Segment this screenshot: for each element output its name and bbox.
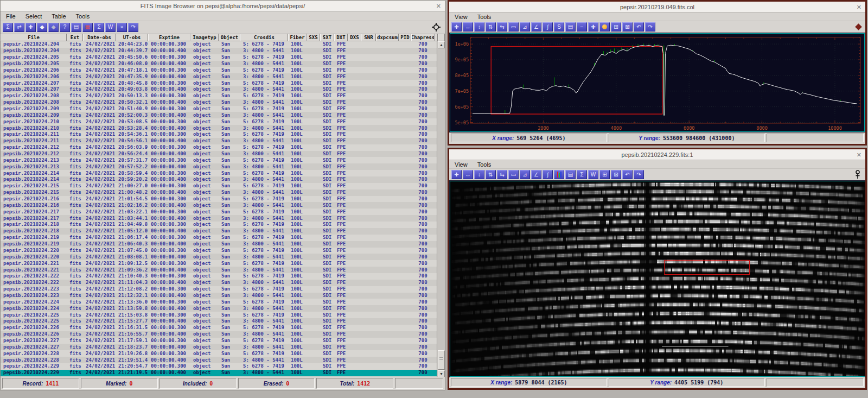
table-row[interactable]: pepsib.20210224.209fits24/02/202120:52:0… (1, 112, 437, 118)
table-row[interactable]: pepsir.20210224.211fits24/02/202120:54:3… (1, 131, 437, 138)
close-icon[interactable]: ✕ (857, 3, 861, 11)
column-header-chapress[interactable]: Chapress (411, 34, 435, 41)
zoom-y-icon[interactable]: ⇅ (486, 170, 496, 179)
column-header-imagetyp[interactable]: Imagetyp (190, 34, 219, 41)
undo-icon[interactable]: ↶ (634, 22, 644, 31)
table-row[interactable]: pepsib.20210224.216fits24/02/202121:02:1… (1, 202, 437, 209)
table-row[interactable]: pepsib.20210224.204fits24/02/202120:44:3… (1, 48, 437, 54)
crosshair-icon[interactable] (432, 23, 441, 31)
scrollbar-up-icon[interactable]: ▲ (438, 41, 445, 48)
column-header-sxt[interactable]: SXT (320, 34, 334, 41)
integrate-icon[interactable]: ∫ (542, 22, 553, 31)
column-header-dxs[interactable]: DXS (348, 34, 361, 41)
table-row[interactable]: pepsib.20210224.229fits24/02/202121:21:1… (1, 370, 437, 376)
column-header-dxt[interactable]: DXT (334, 34, 348, 41)
table-row[interactable]: pepsir.20210224.220fits24/02/202121:07:4… (1, 248, 437, 254)
table-row[interactable]: pepsir.20210224.226fits24/02/202121:16:3… (1, 325, 437, 331)
angle-icon[interactable]: ∠ (531, 170, 541, 179)
marked-grid-icon[interactable]: ▦ (82, 23, 93, 32)
table-row[interactable]: pepsib.20210224.228fits24/02/202121:19:5… (1, 357, 437, 363)
table-row[interactable]: pepsib.20210224.224fits24/02/202121:13:5… (1, 305, 437, 312)
table-row[interactable]: pepsir.20210224.227fits24/02/202121:17:5… (1, 338, 437, 344)
redo-icon[interactable]: ↷ (645, 22, 655, 31)
table-row[interactable]: pepsib.20210224.215fits24/02/202121:00:4… (1, 189, 437, 196)
table-row[interactable]: pepsir.20210224.212fits24/02/202120:56:0… (1, 144, 437, 151)
fast-forward-icon[interactable]: » (117, 23, 127, 32)
table-row[interactable]: pepsir.20210224.209fits24/02/202120:51:4… (1, 106, 437, 112)
table-row[interactable]: pepsir.20210224.207fits24/02/202120:48:4… (1, 80, 437, 86)
box-zoom-icon[interactable]: ▭ (508, 22, 519, 31)
spectrum-icon[interactable]: W (105, 23, 116, 32)
column-header-crosdis[interactable]: Crosdis (240, 34, 288, 41)
table-row[interactable]: pepsir.20210224.224fits24/02/202121:13:3… (1, 299, 437, 305)
menu-item-tools[interactable]: Tools (476, 161, 493, 168)
table-row[interactable]: pepsib.20210224.217fits24/02/202121:03:4… (1, 215, 437, 222)
scroll-horizontal-icon[interactable]: ↔ (463, 22, 473, 31)
grid-icon[interactable]: ⊞ (599, 170, 610, 179)
erase-gray-icon[interactable]: ◆ (48, 23, 59, 32)
table-row[interactable]: pepsib.20210224.206fits24/02/202120:47:3… (1, 73, 437, 80)
zoom-y-icon[interactable]: ⇅ (486, 22, 496, 31)
print-icon[interactable]: ▤ (71, 23, 81, 32)
scroll-horizontal-icon[interactable]: ↔ (463, 170, 473, 179)
table-row[interactable]: pepsir.20210224.216fits24/02/202121:01:5… (1, 196, 437, 203)
table-row[interactable]: pepsib.20210224.208fits24/02/202120:50:3… (1, 99, 437, 106)
column-header-pid[interactable]: PID (399, 34, 411, 41)
help-icon[interactable]: ? (60, 23, 70, 32)
grid-close-icon[interactable]: ⊠ (611, 170, 621, 179)
move-icon[interactable]: ✚ (25, 23, 36, 32)
menu-item-table[interactable]: Table (50, 13, 67, 20)
column-header-file[interactable]: File (1, 34, 67, 41)
table-row[interactable]: pepsir.20210224.208fits24/02/202120:50:1… (1, 93, 437, 99)
menu-item-select[interactable]: Select (24, 13, 43, 20)
grid-close-icon[interactable]: ⊠ (622, 22, 633, 31)
erase-white-icon[interactable]: ◆ (37, 23, 47, 32)
table-row[interactable]: pepsib.20210224.221fits24/02/202121:09:3… (1, 267, 437, 273)
table-row[interactable]: pepsir.20210224.217fits24/02/202121:03:2… (1, 209, 437, 215)
table-row[interactable]: pepsir.20210224.223fits24/02/202121:12:0… (1, 286, 437, 293)
table-row[interactable]: pepsir.20210224.222fits24/02/202121:10:4… (1, 273, 437, 280)
sigma-icon[interactable]: Σ (577, 170, 587, 179)
redo-icon[interactable]: ↷ (634, 170, 644, 179)
column-header-object[interactable]: Object (219, 34, 240, 41)
box-zoom-icon[interactable]: ▭ (508, 170, 519, 179)
zoom-x-icon[interactable]: ⇆ (497, 22, 507, 31)
menu-item-view[interactable]: View (454, 161, 469, 168)
menu-item-tools[interactable]: Tools (476, 14, 493, 20)
image-viewport[interactable] (450, 181, 865, 377)
close-icon[interactable]: ✕ (436, 2, 441, 10)
table-row[interactable]: pepsib.20210224.227fits24/02/202121:18:2… (1, 344, 437, 350)
pin-icon[interactable] (854, 170, 861, 179)
table-row[interactable]: pepsir.20210224.210fits24/02/202120:53:0… (1, 118, 437, 125)
menu-item-view[interactable]: View (454, 14, 469, 20)
column-header-date-obs[interactable]: Date-obs (83, 34, 116, 41)
table-row[interactable]: pepsir.20210224.204fits24/02/202120:44:2… (1, 41, 437, 48)
table-row[interactable]: pepsir.20210224.225fits24/02/202121:15:0… (1, 312, 437, 318)
column-header-ut-obs[interactable]: UT-obs (116, 34, 148, 41)
table-row[interactable]: pepsib.20210224.219fits24/02/202121:06:4… (1, 241, 437, 248)
table-scrollbar[interactable]: ▲ ▼ (437, 41, 445, 377)
close-icon[interactable]: ✕ (857, 151, 861, 159)
table-row[interactable]: pepsir.20210224.215fits24/02/202121:00:2… (1, 183, 437, 189)
slope-icon[interactable]: ⊿ (520, 170, 530, 179)
table-row[interactable]: pepsib.20210224.226fits24/02/202121:16:5… (1, 331, 437, 338)
zoom-x-icon[interactable]: ⇆ (497, 170, 507, 179)
table-row[interactable]: pepsib.20210224.211fits24/02/202120:54:5… (1, 138, 437, 144)
table-row[interactable]: pepsib.20210224.213fits24/02/202120:57:5… (1, 163, 437, 170)
menu-item-file[interactable]: File (5, 13, 17, 20)
plus-icon[interactable]: ✚ (588, 22, 598, 31)
table-row[interactable]: pepsir.20210224.205fits24/02/202120:45:5… (1, 54, 437, 61)
column-header-ext[interactable]: Ext (67, 34, 83, 41)
transfer-icon[interactable]: ⇄ (14, 23, 24, 32)
table-row[interactable]: pepsib.20210224.207fits24/02/202120:49:0… (1, 86, 437, 93)
integrate-icon[interactable]: ∫ (542, 170, 553, 179)
column-header-dxpcsum[interactable]: dxpcsum (376, 34, 399, 41)
table-row[interactable]: pepsib.20210224.223fits24/02/202121:12:3… (1, 293, 437, 299)
marker-ball-icon[interactable] (599, 22, 610, 31)
pan-icon[interactable]: ✚ (451, 170, 462, 179)
smooth-icon[interactable]: S (554, 22, 564, 31)
table-row[interactable]: pepsib.20210224.212fits24/02/202120:56:2… (1, 151, 437, 157)
column-header-fiber[interactable]: Fiber (288, 34, 307, 41)
plot-viewport[interactable]: 2000400060008000100005e+056e+057e+058e+0… (450, 33, 865, 132)
colormap-rgb-icon[interactable] (554, 170, 564, 179)
